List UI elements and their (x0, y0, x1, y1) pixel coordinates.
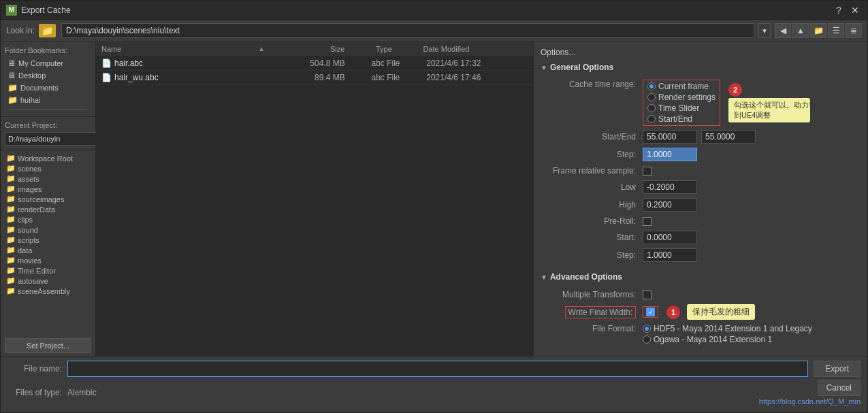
file-name: hair.abc (114, 59, 266, 68)
project-section: Current Project: ▼ (1, 117, 95, 150)
column-header-date[interactable]: Date Modified (423, 45, 528, 53)
low-value (643, 180, 697, 194)
tree-item-sourceimages[interactable]: 📁 sourceimages (3, 194, 93, 204)
tree-item-scenes[interactable]: 📁 scenes (3, 163, 93, 174)
pre-roll-step-input[interactable] (643, 248, 697, 262)
folder-icon: 📁 (6, 276, 16, 285)
multiple-transforms-checkbox[interactable] (643, 291, 652, 299)
file-icon: 📄 (101, 59, 112, 68)
tree-item-sound[interactable]: 📁 sound (3, 225, 93, 235)
high-value (643, 198, 697, 212)
file-format-value: HDF5 - Maya 2014 Extension 1 and Legacy … (643, 324, 812, 344)
pre-roll-label: Pre-Roll: (547, 216, 643, 226)
tree-item-data[interactable]: 📁 data (3, 245, 93, 255)
export-cache-dialog: M Export Cache ? ✕ Look in: 📁 ▼ ◀ ▲ 📁 ☰ … (0, 0, 868, 413)
column-header-size[interactable]: Size (266, 45, 344, 53)
cache-time-radio-group: Current frame Render settings Time Slide… (647, 82, 716, 124)
bookmark-label: huihai (20, 96, 40, 104)
column-header-type[interactable]: Type (344, 45, 423, 53)
high-row: High (547, 196, 861, 214)
bookmark-label: Desktop (18, 71, 46, 80)
radio-circle-ogawa (643, 335, 651, 344)
bookmark-my-computer[interactable]: 🖥 My Computer (5, 57, 91, 69)
column-header-name[interactable]: Name (101, 45, 258, 53)
annotation-bubble-1: 1 (666, 305, 680, 319)
look-in-label: Look in: (6, 26, 35, 35)
project-label: Current Project: (5, 121, 91, 129)
step-row: Step: (547, 146, 861, 163)
tree-item-scripts[interactable]: 📁 scripts (3, 235, 93, 245)
low-row: Low (547, 178, 861, 196)
pre-roll-row: Pre-Roll: (547, 214, 861, 229)
bottom-bar: File name: Export Files of type: Alembic… (1, 356, 867, 412)
radio-time-slider[interactable]: Time Slider (647, 103, 716, 113)
project-path-input[interactable] (5, 132, 106, 146)
cancel-url-area: Cancel https://blog.csdn.net/Q_M_min (759, 380, 861, 406)
file-format-radio-group: HDF5 - Maya 2014 Extension 1 and Legacy … (643, 324, 812, 344)
set-project-button[interactable]: Set Project... (5, 338, 91, 353)
high-input[interactable] (643, 198, 697, 212)
tree-item-clips[interactable]: 📁 clips (3, 214, 93, 225)
file-row-hair-wu-abc[interactable]: 📄 hair_wu.abc 89.4 MB abc File 2021/4/6 … (96, 71, 533, 85)
pre-roll-checkbox[interactable] (643, 217, 652, 226)
window-controls: ? ✕ (832, 3, 862, 17)
end-input[interactable] (701, 130, 756, 144)
tree-item-sceneassembly[interactable]: 📁 sceneAssembly (3, 286, 93, 296)
folder-icon: 📁 (6, 246, 16, 254)
radio-ogawa[interactable]: Ogawa - Maya 2014 Extension 1 (643, 335, 812, 344)
tree-item-movies[interactable]: 📁 movies (3, 255, 93, 265)
tree-item-images[interactable]: 📁 images (3, 184, 93, 194)
write-final-width-checkbox[interactable]: ✓ (646, 308, 655, 316)
tree-item-autosave[interactable]: 📁 autosave (3, 276, 93, 286)
annotation-2-container: 2 勾选这个就可以。动力学到UE4调整 (728, 83, 810, 123)
radio-start-end[interactable]: Start/End (647, 114, 716, 124)
desktop-icon: 🖥 (7, 71, 16, 80)
tree-item-workspace-root[interactable]: 📁 Workspace Root (3, 153, 93, 163)
look-in-path-input[interactable] (61, 23, 754, 38)
cancel-button[interactable]: Cancel (818, 380, 861, 396)
bookmark-documents[interactable]: 📁 Documents (5, 82, 91, 94)
pre-roll-step-row: Step: (547, 246, 861, 264)
start-end-row: Start/End (547, 128, 861, 146)
app-icon: M (6, 5, 17, 16)
general-options-title: General Options (550, 63, 613, 72)
nav-up-button[interactable]: ▲ (792, 23, 809, 38)
low-input[interactable] (643, 180, 697, 194)
filetype-label: Files of type: (7, 388, 62, 397)
radio-circle-time-slider (647, 104, 656, 112)
filename-input[interactable] (67, 361, 808, 377)
help-button[interactable]: ? (832, 3, 846, 17)
file-row-hair-abc[interactable]: 📄 hair.abc 504.8 MB abc File 2021/4/6 17… (96, 56, 533, 71)
step-input[interactable] (643, 148, 697, 161)
close-button[interactable]: ✕ (848, 3, 862, 17)
folder-icon: 📁 (6, 164, 16, 173)
tree-item-assets[interactable]: 📁 assets (3, 174, 93, 184)
options-title: Options... (534, 42, 867, 60)
tree-item-renderdata[interactable]: 📁 renderData (3, 204, 93, 214)
look-in-dropdown[interactable]: ▼ (758, 23, 771, 38)
folder-icon: 📁 (6, 256, 16, 265)
file-icon: 📄 (101, 73, 112, 82)
filename-label: File name: (7, 364, 62, 374)
frame-relative-checkbox[interactable] (643, 167, 652, 176)
start-input[interactable] (643, 130, 697, 144)
toolbar-buttons: ◀ ▲ 📁 ☰ ≣ (775, 23, 862, 38)
radio-current-frame[interactable]: Current frame (647, 82, 716, 91)
bookmark-desktop[interactable]: 🖥 Desktop (5, 69, 91, 82)
file-date: 2021/4/6 17:32 (426, 59, 528, 68)
pre-roll-start-input[interactable] (643, 231, 697, 244)
file-size: 89.4 MB (269, 73, 345, 82)
bookmark-huihai[interactable]: 📁 huihai (5, 94, 91, 106)
tree-item-time-editor[interactable]: 📁 Time Editor (3, 265, 93, 276)
view-detail-button[interactable]: ≣ (846, 23, 862, 38)
sort-arrow: ▲ (258, 45, 266, 53)
start-end-value (643, 130, 756, 144)
radio-hdf5[interactable]: HDF5 - Maya 2014 Extension 1 and Legacy (643, 324, 812, 333)
view-list-button[interactable]: ☰ (828, 23, 844, 38)
export-button[interactable]: Export (814, 361, 861, 377)
general-options-header[interactable]: ▼ General Options (534, 60, 867, 75)
radio-render-settings[interactable]: Render settings (647, 93, 716, 102)
new-folder-button[interactable]: 📁 (810, 23, 826, 38)
advanced-options-header[interactable]: ▼ Advanced Options (534, 269, 867, 284)
nav-back-button[interactable]: ◀ (775, 23, 791, 38)
